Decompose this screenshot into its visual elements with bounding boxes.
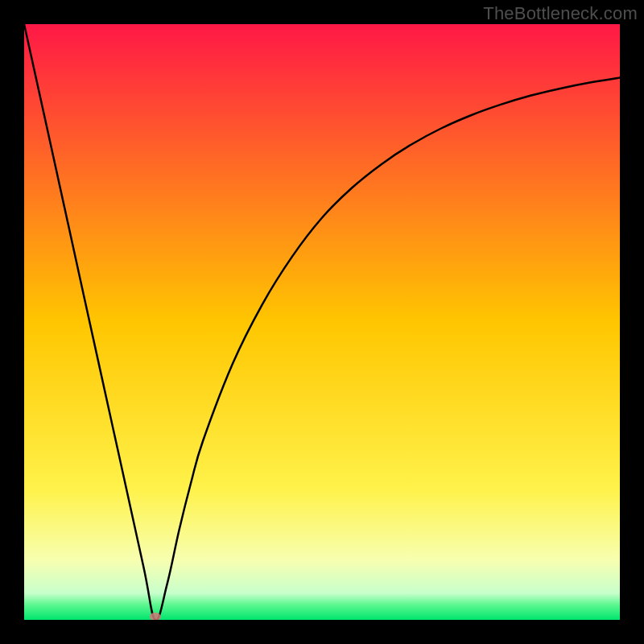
plot-area — [24, 24, 620, 620]
chart-svg — [24, 24, 620, 620]
watermark-label: TheBottleneck.com — [483, 3, 638, 24]
chart-frame: TheBottleneck.com — [0, 0, 644, 644]
gradient-background — [24, 24, 620, 620]
